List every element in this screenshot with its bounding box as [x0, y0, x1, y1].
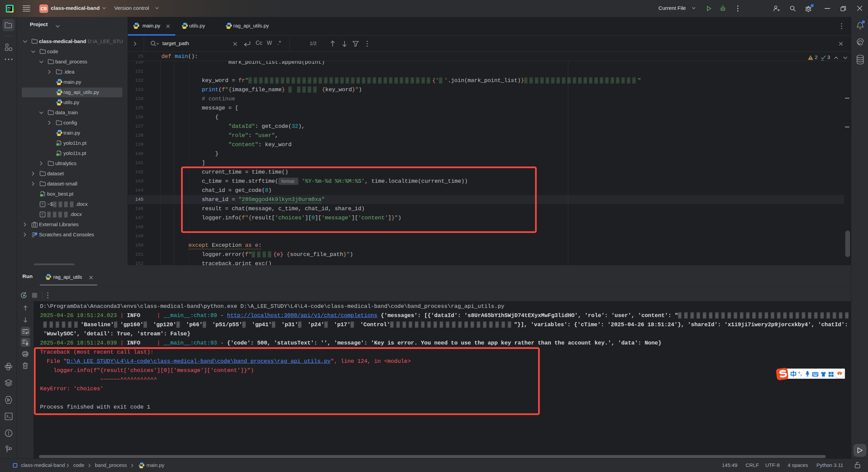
svg-text:PC: PC	[8, 7, 11, 9]
